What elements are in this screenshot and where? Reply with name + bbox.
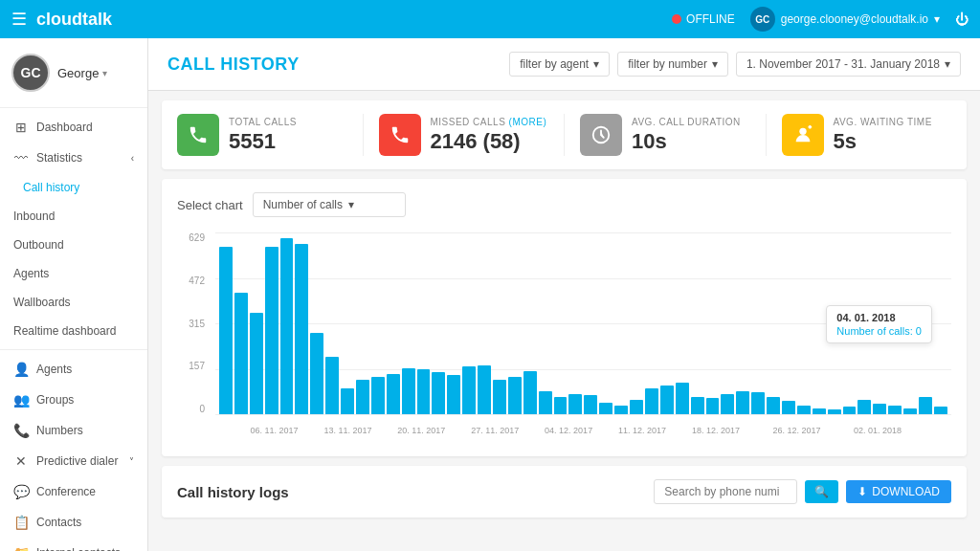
bar[interactable] (508, 377, 522, 414)
status-dot (672, 14, 681, 24)
sidebar-item-contacts[interactable]: 📋 Contacts (0, 507, 147, 538)
bar[interactable] (676, 383, 689, 414)
avg-waiting-icon (782, 114, 824, 156)
sidebar-item-dashboard[interactable]: ⊞ Dashboard (0, 112, 147, 143)
bar[interactable] (417, 369, 431, 414)
conference-icon: 💬 (13, 484, 29, 499)
filter-by-number[interactable]: filter by number ▾ (617, 52, 728, 77)
sidebar-item-conference[interactable]: 💬 Conference (0, 476, 147, 507)
status-label: OFFLINE (686, 12, 735, 26)
sidebar-item-label: Internal contacts (36, 546, 121, 551)
user-name-dropdown[interactable]: George ▾ (57, 66, 107, 80)
bar[interactable] (432, 372, 445, 414)
bar[interactable] (782, 401, 795, 414)
chart-type-select[interactable]: Number of calls ▾ (253, 192, 406, 217)
menu-icon[interactable]: ☰ (11, 9, 27, 30)
bar[interactable] (888, 406, 902, 414)
bar[interactable] (584, 395, 597, 414)
bar[interactable] (554, 397, 568, 414)
search-input[interactable] (654, 479, 797, 504)
bar[interactable] (736, 391, 749, 414)
search-button[interactable]: 🔍 (805, 480, 838, 503)
avatar: GC (11, 54, 50, 92)
bar[interactable] (797, 406, 811, 414)
bar[interactable] (356, 380, 369, 414)
divider (564, 114, 565, 156)
bar[interactable] (402, 368, 415, 414)
sidebar-item-agents-sub[interactable]: Agents (0, 259, 147, 288)
bar[interactable] (310, 333, 323, 414)
bar[interactable] (858, 400, 871, 414)
more-link[interactable]: (MORE) (509, 117, 547, 127)
bar[interactable] (325, 357, 339, 414)
sidebar-item-wallboards[interactable]: Wallboards (0, 288, 147, 317)
bar[interactable] (234, 293, 248, 414)
bar[interactable] (539, 391, 552, 414)
date-range-filter[interactable]: 1. November 2017 - 31. January 2018 ▾ (736, 52, 961, 77)
bar[interactable] (934, 407, 947, 414)
bar[interactable] (341, 388, 354, 414)
bar-chart: 629 472 315 157 0 (177, 232, 951, 443)
filter-by-agent[interactable]: filter by agent ▾ (509, 52, 610, 77)
bar[interactable] (599, 403, 612, 414)
bar[interactable] (767, 397, 780, 414)
sidebar-user: GC George ▾ (0, 38, 147, 108)
bar[interactable] (721, 394, 734, 414)
sidebar-item-agents[interactable]: 👤 Agents (0, 354, 147, 385)
bar[interactable] (568, 394, 582, 414)
tooltip-value: Number of calls: 0 (836, 325, 922, 337)
bar[interactable] (843, 407, 857, 414)
bar[interactable] (447, 375, 460, 414)
sidebar-item-label: Numbers (36, 424, 83, 437)
avg-waiting-info: AVG. WAITING TIME 5s (834, 117, 932, 154)
x-axis-label: 02. 01. 2018 (854, 426, 902, 435)
bar[interactable] (250, 313, 263, 414)
sidebar-item-groups[interactable]: 👥 Groups (0, 385, 147, 415)
bar[interactable] (523, 371, 537, 414)
bar[interactable] (387, 374, 400, 414)
sidebar-item-realtime[interactable]: Realtime dashboard (0, 317, 147, 345)
bar[interactable] (873, 404, 886, 414)
sidebar-item-predictive-dialer[interactable]: ✕ Predictive dialer ˅ (0, 446, 147, 476)
bar[interactable] (295, 244, 308, 414)
bar[interactable] (751, 392, 765, 414)
sidebar-item-call-history[interactable]: Call history (0, 173, 147, 202)
y-axis: 629 472 315 157 0 (177, 232, 211, 414)
bar[interactable] (706, 398, 720, 414)
bar[interactable] (828, 409, 841, 414)
bar[interactable] (371, 377, 385, 414)
bar[interactable] (903, 408, 917, 414)
power-icon[interactable]: ⏻ (955, 11, 969, 27)
x-axis-label: 13. 11. 2017 (323, 426, 371, 435)
download-button[interactable]: ⬇ DOWNLOAD (846, 480, 951, 503)
bar[interactable] (478, 365, 491, 414)
bar[interactable] (280, 238, 294, 414)
user-email: george.clooney@cloudtalk.io (781, 12, 928, 26)
bar[interactable] (919, 397, 932, 414)
bar[interactable] (493, 380, 506, 414)
page-filters: filter by agent ▾ filter by number ▾ 1. … (509, 52, 961, 77)
total-calls-label: TOTAL CALLS (229, 117, 297, 127)
y-label-315: 315 (177, 319, 211, 329)
sidebar-item-inbound[interactable]: Inbound (0, 202, 147, 231)
bar[interactable] (462, 366, 476, 414)
bar[interactable] (813, 408, 826, 414)
sidebar-item-label: Inbound (13, 209, 55, 223)
bar[interactable] (660, 386, 674, 414)
bar[interactable] (691, 397, 704, 414)
sidebar-item-outbound[interactable]: Outbound (0, 231, 147, 259)
user-menu[interactable]: GC george.clooney@cloudtalk.io ▾ (750, 7, 940, 32)
bar[interactable] (265, 247, 278, 414)
sidebar-item-statistics[interactable]: 〰 Statistics ‹ (0, 143, 147, 173)
bar[interactable] (219, 247, 233, 414)
sidebar-item-label: Contacts (36, 516, 81, 529)
internal-contacts-icon: 📁 (13, 545, 29, 551)
brand-name: cloudtalk (36, 10, 112, 30)
sidebar-item-numbers[interactable]: 📞 Numbers (0, 415, 147, 446)
sidebar-item-internal-contacts[interactable]: 📁 Internal contacts (0, 538, 147, 551)
user-avatar-small: GC (750, 7, 775, 32)
chevron-down-icon: ▾ (712, 57, 718, 71)
bar[interactable] (630, 400, 643, 414)
bar[interactable] (645, 388, 658, 414)
bar[interactable] (614, 406, 628, 414)
